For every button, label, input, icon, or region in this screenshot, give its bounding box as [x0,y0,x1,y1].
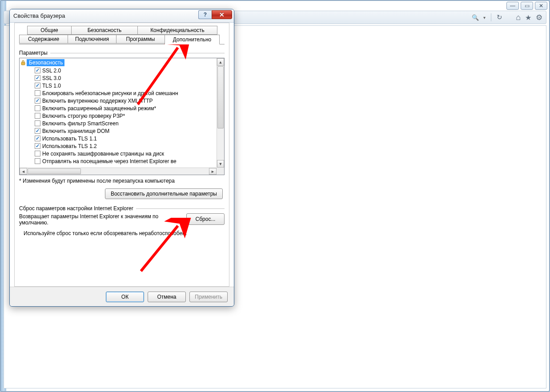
scroll-down-button[interactable]: ▼ [217,160,224,168]
setting-item[interactable]: Использовать TLS 1.1 [21,135,217,142]
scroll-right-button[interactable]: ► [209,168,217,175]
parameters-label-text: Параметры [19,50,48,56]
reset-row: Возвращает параметры Internet Explorer к… [19,213,225,226]
setting-item[interactable]: Включить фильтр SmartScreen [21,120,217,127]
setting-item[interactable]: SSL 3.0 [21,74,217,82]
lock-icon [20,60,26,66]
setting-checkbox[interactable] [35,136,40,141]
tab-general[interactable]: Общие [27,26,72,35]
refresh-icon[interactable]: ↻ [497,13,502,21]
horizontal-scroll-thumb[interactable] [28,168,81,174]
setting-checkbox[interactable] [35,128,40,134]
dialog-help-button[interactable]: ? [198,10,212,19]
setting-checkbox[interactable] [35,90,40,96]
vertical-scrollbar[interactable]: ▲ ▼ [217,58,224,168]
tab-panel-advanced: Параметры Безопасность SSL 2.0SSL [19,44,225,236]
setting-item[interactable]: TLS 1.0 [21,82,217,89]
reset-groupbox-label: Сброс параметров настройки Internet Expl… [19,205,225,212]
dialog-close-button[interactable]: ✕ [212,10,232,19]
tree-viewport: Безопасность SSL 2.0SSL 3.0TLS 1.0Блокир… [20,58,217,168]
scroll-up-button[interactable]: ▲ [217,58,224,66]
window-minimize-button[interactable]: — [506,2,519,10]
internet-options-dialog: Свойства браузера ? ✕ Общие Безопасность… [9,9,234,307]
setting-label: Включить расширенный защищенный режим* [42,105,156,112]
svg-rect-0 [21,62,25,65]
window-caption-buttons: — ▭ ✕ [506,2,547,10]
window-close-button[interactable]: ✕ [535,2,547,10]
toolbar-separator [491,13,491,21]
setting-label: Использовать TLS 1.2 [42,143,97,149]
setting-item[interactable]: Включить внутреннюю поддержку XMLHTTP [21,97,217,104]
setting-checkbox[interactable] [35,151,40,156]
setting-label: SSL 2.0 [42,68,61,74]
setting-label: Использовать TLS 1.1 [42,136,97,142]
tab-programs[interactable]: Программы [116,35,165,44]
setting-checkbox[interactable] [35,68,40,73]
scroll-left-button[interactable]: ◄ [20,168,27,175]
setting-item[interactable]: Использовать TLS 1.2 [21,142,217,150]
setting-checkbox[interactable] [35,105,40,111]
tab-row-2: Содержание Подключения Программы Дополни… [19,35,225,44]
setting-checkbox[interactable] [35,158,40,164]
setting-checkbox[interactable] [35,120,40,126]
dialog-button-row: ОК Отмена Применить [10,287,234,306]
category-security-label: Безопасность [29,60,63,66]
parameters-groupbox-label: Параметры [19,50,225,56]
search-dropdown-icon[interactable]: ▾ [483,15,486,20]
apply-button[interactable]: Применить [189,292,228,302]
reset-description: Возвращает параметры Internet Explorer к… [19,213,166,226]
tab-connections[interactable]: Подключения [68,35,116,44]
setting-item[interactable]: Включить хранилище DOM [21,127,217,135]
reset-label-text: Сброс параметров настройки Internet Expl… [19,205,133,212]
setting-label: Блокировать небезопасные рисунки и друго… [42,90,178,96]
setting-label: SSL 3.0 [42,75,61,81]
dialog-titlebar: Свойства браузера ? ✕ [10,9,234,23]
groupbox-line [136,208,225,209]
tab-content[interactable]: Содержание [19,35,68,44]
setting-item[interactable]: Не сохранять зашифрованные страницы на д… [21,150,217,157]
setting-label: Включить внутреннюю поддержку XMLHTTP [42,98,153,104]
setting-item[interactable]: Блокировать небезопасные рисунки и друго… [21,89,217,97]
dialog-title: Свойства браузера [13,12,65,19]
home-icon[interactable]: ⌂ [516,13,521,22]
setting-label: TLS 1.0 [42,83,61,89]
vertical-scroll-thumb[interactable] [217,66,224,128]
tab-security[interactable]: Безопасность [71,26,138,35]
setting-item[interactable]: Включить расширенный защищенный режим* [21,104,217,112]
setting-item[interactable]: Включить строгую проверку P3P* [21,112,217,120]
tab-row-1: Общие Безопасность Конфиденциальность [27,26,225,35]
groupbox-line [50,53,225,53]
tab-advanced[interactable]: Дополнительно [165,35,220,44]
setting-item[interactable]: SSL 2.0 [21,67,217,74]
setting-label: Не сохранять зашифрованные страницы на д… [42,151,164,157]
setting-label: Включить фильтр SmartScreen [42,120,119,127]
dialog-body: Общие Безопасность Конфиденциальность Со… [14,23,229,287]
tab-privacy[interactable]: Конфиденциальность [137,26,217,35]
horizontal-scrollbar[interactable]: ◄ ► [20,168,217,175]
window-maximize-button[interactable]: ▭ [521,2,533,10]
gear-icon[interactable]: ⚙ [536,13,542,22]
setting-checkbox[interactable] [35,75,40,81]
setting-checkbox[interactable] [35,143,40,149]
category-security[interactable]: Безопасность [27,59,64,66]
setting-label: Отправлять на посещаемые через Internet … [42,158,177,164]
ok-button[interactable]: ОК [106,292,144,302]
setting-checkbox[interactable] [35,113,40,119]
setting-label: Включить хранилище DOM [42,128,109,134]
restart-note: * Изменения будут применены после переза… [19,178,225,184]
setting-item[interactable]: Отправлять на посещаемые через Internet … [21,157,217,165]
search-icon[interactable]: 🔍 [472,14,479,21]
restore-advanced-button[interactable]: Восстановить дополнительные параметры [105,188,223,199]
favorites-icon[interactable]: ★ [525,13,531,22]
scrollbar-corner [217,168,224,175]
setting-label: Включить строгую проверку P3P* [42,113,125,119]
advanced-settings-tree[interactable]: Безопасность SSL 2.0SSL 3.0TLS 1.0Блокир… [19,58,225,175]
setting-checkbox[interactable] [35,98,40,104]
reset-warning-note: Используйте сброс только если обозревате… [24,230,222,236]
cancel-button[interactable]: Отмена [148,292,186,302]
reset-button[interactable]: Сброс... [186,213,225,225]
setting-checkbox[interactable] [35,83,40,88]
